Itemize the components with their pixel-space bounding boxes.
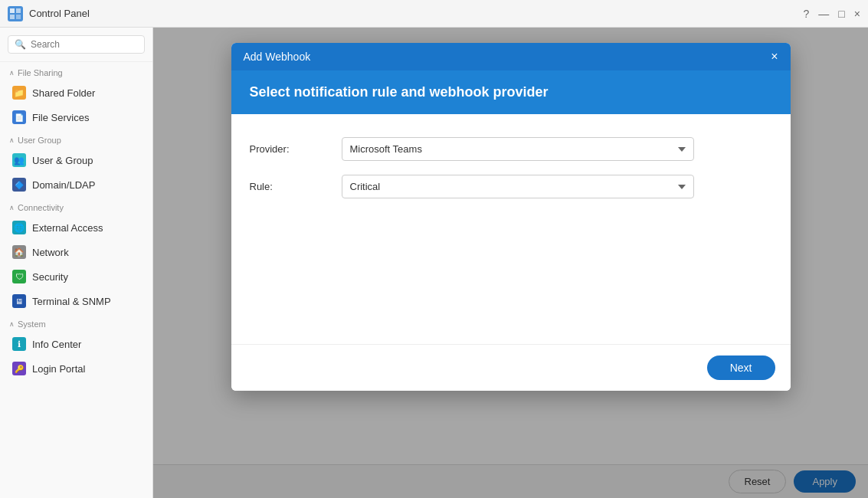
minimize-button[interactable]: —	[818, 8, 829, 20]
chevron-icon: ∧	[9, 204, 15, 211]
section-header-connectivity[interactable]: ∧ Connectivity	[0, 197, 152, 215]
app-icon	[8, 6, 23, 21]
security-icon: 🛡	[12, 270, 26, 283]
modal-close-button[interactable]: ×	[771, 51, 778, 63]
chevron-icon: ∧	[9, 320, 15, 328]
section-header-file-sharing[interactable]: ∧ File Sharing	[0, 62, 152, 80]
section-label-system: System	[18, 319, 46, 329]
sidebar-item-file-services[interactable]: 📄 File Services	[0, 105, 152, 129]
modal-header: Select notification rule and webhook pro…	[231, 70, 791, 114]
sidebar-item-info-center[interactable]: ℹ Info Center	[0, 332, 152, 356]
sidebar-item-label: Info Center	[32, 339, 81, 350]
titlebar: Control Panel ? — □ ×	[0, 0, 868, 28]
sidebar-item-label: Network	[32, 247, 69, 258]
titlebar-controls: ? — □ ×	[804, 8, 860, 20]
sidebar-item-label: Shared Folder	[32, 87, 95, 99]
next-button[interactable]: Next	[707, 355, 775, 380]
domain-ldap-icon: 🔷	[12, 178, 26, 192]
modal-footer: Next	[231, 344, 791, 391]
provider-row: Provider: Microsoft Teams Slack Custom	[250, 137, 772, 161]
search-icon: 🔍	[15, 39, 26, 50]
sidebar-item-domain-ldap[interactable]: 🔷 Domain/LDAP	[0, 172, 152, 197]
svg-rect-3	[16, 15, 21, 19]
titlebar-left: Control Panel	[8, 6, 90, 21]
modal-dialog: Add Webhook × Select notification rule a…	[231, 43, 791, 391]
modal-overlay: Add Webhook × Select notification rule a…	[153, 28, 868, 498]
info-center-icon: ℹ	[12, 337, 26, 351]
rule-label: Rule:	[250, 181, 342, 192]
section-label-connectivity: Connectivity	[18, 203, 64, 212]
svg-rect-0	[10, 8, 15, 13]
sidebar-item-login-portal[interactable]: 🔑 Login Portal	[0, 356, 152, 381]
modal-title: Add Webhook	[244, 51, 311, 63]
shared-folder-icon: 📁	[12, 86, 26, 100]
network-icon: 🏠	[12, 245, 26, 259]
provider-select[interactable]: Microsoft Teams Slack Custom	[342, 137, 694, 161]
search-input[interactable]	[31, 39, 138, 50]
section-header-user-group[interactable]: ∧ User Group	[0, 129, 152, 148]
sidebar-item-label: Login Portal	[32, 363, 85, 375]
sidebar-item-label: Domain/LDAP	[32, 179, 95, 191]
sidebar-item-network[interactable]: 🏠 Network	[0, 240, 152, 264]
main-layout: 🔍 ∧ File Sharing 📁 Shared Folder 📄 File …	[0, 28, 868, 498]
search-input-wrap[interactable]: 🔍	[8, 35, 145, 54]
rule-row: Rule: Critical Warning Info All	[250, 175, 772, 198]
user-group-icon: 👥	[12, 153, 26, 167]
sidebar-item-user-group[interactable]: 👥 User & Group	[0, 148, 152, 172]
close-button[interactable]: ×	[854, 8, 860, 20]
sidebar-item-terminal-snmp[interactable]: 🖥 Terminal & SNMP	[0, 289, 152, 313]
search-box: 🔍	[0, 28, 152, 62]
sidebar-item-label: Security	[32, 271, 68, 283]
login-portal-icon: 🔑	[12, 362, 26, 375]
modal-header-title: Select notification rule and webhook pro…	[250, 84, 772, 100]
rule-select[interactable]: Critical Warning Info All	[342, 175, 694, 198]
app-title: Control Panel	[29, 8, 90, 19]
svg-rect-2	[10, 15, 15, 19]
external-access-icon: 🌐	[12, 221, 26, 234]
svg-rect-1	[16, 8, 21, 13]
sidebar-item-external-access[interactable]: 🌐 External Access	[0, 215, 152, 240]
section-header-system[interactable]: ∧ System	[0, 313, 152, 332]
sidebar: 🔍 ∧ File Sharing 📁 Shared Folder 📄 File …	[0, 28, 153, 498]
sidebar-item-shared-folder[interactable]: 📁 Shared Folder	[0, 80, 152, 105]
sidebar-item-security[interactable]: 🛡 Security	[0, 264, 152, 289]
section-label-user-group: User Group	[18, 136, 61, 145]
chevron-icon: ∧	[9, 69, 15, 77]
modal-body: Provider: Microsoft Teams Slack Custom R…	[231, 114, 791, 344]
terminal-snmp-icon: 🖥	[12, 294, 26, 308]
section-label-file-sharing: File Sharing	[18, 68, 63, 77]
chevron-icon: ∧	[9, 136, 15, 144]
maximize-button[interactable]: □	[838, 8, 844, 20]
file-services-icon: 📄	[12, 110, 26, 124]
modal-titlebar: Add Webhook ×	[231, 43, 791, 70]
content-area: Add Webhook × Select notification rule a…	[153, 28, 868, 498]
sidebar-item-label: File Services	[32, 112, 89, 123]
sidebar-item-label: External Access	[32, 222, 103, 234]
sidebar-item-label: Terminal & SNMP	[32, 296, 111, 307]
help-button[interactable]: ?	[804, 8, 810, 20]
sidebar-item-label: User & Group	[32, 155, 93, 166]
provider-label: Provider:	[250, 143, 342, 155]
